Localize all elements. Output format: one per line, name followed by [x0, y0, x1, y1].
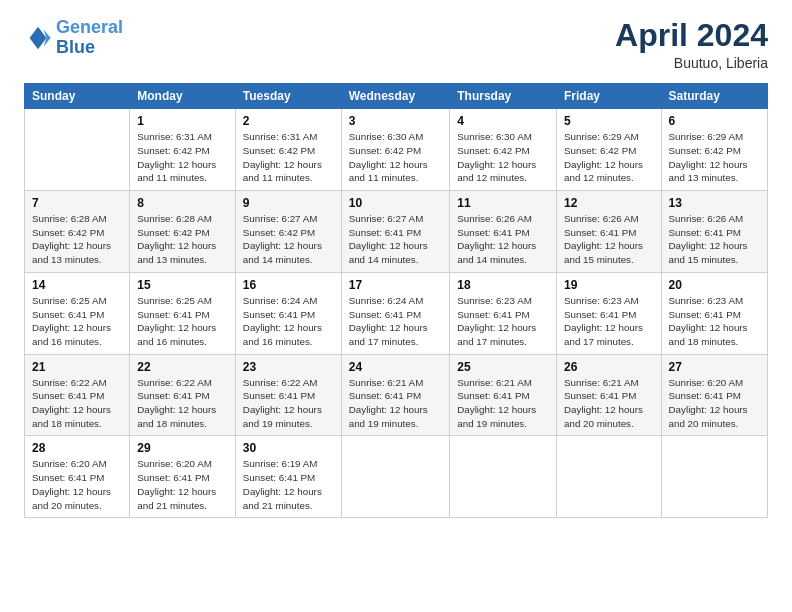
day-info: Sunrise: 6:25 AM Sunset: 6:41 PM Dayligh… — [32, 294, 122, 349]
day-info: Sunrise: 6:21 AM Sunset: 6:41 PM Dayligh… — [564, 376, 654, 431]
table-row: 4Sunrise: 6:30 AM Sunset: 6:42 PM Daylig… — [450, 109, 557, 191]
day-info: Sunrise: 6:25 AM Sunset: 6:41 PM Dayligh… — [137, 294, 228, 349]
calendar-week-row: 28Sunrise: 6:20 AM Sunset: 6:41 PM Dayli… — [25, 436, 768, 518]
table-row: 17Sunrise: 6:24 AM Sunset: 6:41 PM Dayli… — [341, 272, 450, 354]
col-wednesday: Wednesday — [341, 84, 450, 109]
day-number: 10 — [349, 196, 443, 210]
day-number: 24 — [349, 360, 443, 374]
col-monday: Monday — [130, 84, 236, 109]
table-row — [661, 436, 767, 518]
day-info: Sunrise: 6:26 AM Sunset: 6:41 PM Dayligh… — [669, 212, 760, 267]
table-row: 25Sunrise: 6:21 AM Sunset: 6:41 PM Dayli… — [450, 354, 557, 436]
table-row: 22Sunrise: 6:22 AM Sunset: 6:41 PM Dayli… — [130, 354, 236, 436]
day-info: Sunrise: 6:21 AM Sunset: 6:41 PM Dayligh… — [457, 376, 549, 431]
table-row: 29Sunrise: 6:20 AM Sunset: 6:41 PM Dayli… — [130, 436, 236, 518]
table-row: 18Sunrise: 6:23 AM Sunset: 6:41 PM Dayli… — [450, 272, 557, 354]
table-row: 11Sunrise: 6:26 AM Sunset: 6:41 PM Dayli… — [450, 191, 557, 273]
day-info: Sunrise: 6:30 AM Sunset: 6:42 PM Dayligh… — [457, 130, 549, 185]
day-number: 28 — [32, 441, 122, 455]
table-row: 10Sunrise: 6:27 AM Sunset: 6:41 PM Dayli… — [341, 191, 450, 273]
day-info: Sunrise: 6:22 AM Sunset: 6:41 PM Dayligh… — [137, 376, 228, 431]
table-row: 28Sunrise: 6:20 AM Sunset: 6:41 PM Dayli… — [25, 436, 130, 518]
day-number: 20 — [669, 278, 760, 292]
table-row: 14Sunrise: 6:25 AM Sunset: 6:41 PM Dayli… — [25, 272, 130, 354]
day-info: Sunrise: 6:27 AM Sunset: 6:42 PM Dayligh… — [243, 212, 334, 267]
day-number: 2 — [243, 114, 334, 128]
day-number: 14 — [32, 278, 122, 292]
day-number: 17 — [349, 278, 443, 292]
day-number: 26 — [564, 360, 654, 374]
day-number: 23 — [243, 360, 334, 374]
table-row: 8Sunrise: 6:28 AM Sunset: 6:42 PM Daylig… — [130, 191, 236, 273]
day-number: 3 — [349, 114, 443, 128]
table-row: 26Sunrise: 6:21 AM Sunset: 6:41 PM Dayli… — [557, 354, 662, 436]
table-row: 16Sunrise: 6:24 AM Sunset: 6:41 PM Dayli… — [235, 272, 341, 354]
day-number: 30 — [243, 441, 334, 455]
day-number: 1 — [137, 114, 228, 128]
table-row: 2Sunrise: 6:31 AM Sunset: 6:42 PM Daylig… — [235, 109, 341, 191]
day-number: 12 — [564, 196, 654, 210]
day-number: 25 — [457, 360, 549, 374]
day-info: Sunrise: 6:19 AM Sunset: 6:41 PM Dayligh… — [243, 457, 334, 512]
day-number: 4 — [457, 114, 549, 128]
day-number: 18 — [457, 278, 549, 292]
day-number: 16 — [243, 278, 334, 292]
day-info: Sunrise: 6:23 AM Sunset: 6:41 PM Dayligh… — [457, 294, 549, 349]
day-number: 8 — [137, 196, 228, 210]
table-row: 9Sunrise: 6:27 AM Sunset: 6:42 PM Daylig… — [235, 191, 341, 273]
day-info: Sunrise: 6:23 AM Sunset: 6:41 PM Dayligh… — [564, 294, 654, 349]
day-info: Sunrise: 6:27 AM Sunset: 6:41 PM Dayligh… — [349, 212, 443, 267]
header: GeneralBlue April 2024 Buutuo, Liberia — [24, 18, 768, 71]
day-info: Sunrise: 6:31 AM Sunset: 6:42 PM Dayligh… — [243, 130, 334, 185]
table-row: 30Sunrise: 6:19 AM Sunset: 6:41 PM Dayli… — [235, 436, 341, 518]
day-number: 22 — [137, 360, 228, 374]
table-row: 24Sunrise: 6:21 AM Sunset: 6:41 PM Dayli… — [341, 354, 450, 436]
table-row — [450, 436, 557, 518]
title-block: April 2024 Buutuo, Liberia — [615, 18, 768, 71]
table-row: 20Sunrise: 6:23 AM Sunset: 6:41 PM Dayli… — [661, 272, 767, 354]
day-info: Sunrise: 6:28 AM Sunset: 6:42 PM Dayligh… — [32, 212, 122, 267]
table-row: 12Sunrise: 6:26 AM Sunset: 6:41 PM Dayli… — [557, 191, 662, 273]
col-friday: Friday — [557, 84, 662, 109]
table-row: 5Sunrise: 6:29 AM Sunset: 6:42 PM Daylig… — [557, 109, 662, 191]
day-info: Sunrise: 6:20 AM Sunset: 6:41 PM Dayligh… — [32, 457, 122, 512]
table-row — [25, 109, 130, 191]
table-row: 23Sunrise: 6:22 AM Sunset: 6:41 PM Dayli… — [235, 354, 341, 436]
day-info: Sunrise: 6:20 AM Sunset: 6:41 PM Dayligh… — [137, 457, 228, 512]
col-thursday: Thursday — [450, 84, 557, 109]
col-saturday: Saturday — [661, 84, 767, 109]
day-number: 6 — [669, 114, 760, 128]
day-number: 11 — [457, 196, 549, 210]
day-info: Sunrise: 6:29 AM Sunset: 6:42 PM Dayligh… — [669, 130, 760, 185]
table-row: 6Sunrise: 6:29 AM Sunset: 6:42 PM Daylig… — [661, 109, 767, 191]
day-info: Sunrise: 6:28 AM Sunset: 6:42 PM Dayligh… — [137, 212, 228, 267]
calendar-table: Sunday Monday Tuesday Wednesday Thursday… — [24, 83, 768, 518]
page: GeneralBlue April 2024 Buutuo, Liberia S… — [0, 0, 792, 612]
col-sunday: Sunday — [25, 84, 130, 109]
table-row: 19Sunrise: 6:23 AM Sunset: 6:41 PM Dayli… — [557, 272, 662, 354]
day-info: Sunrise: 6:24 AM Sunset: 6:41 PM Dayligh… — [349, 294, 443, 349]
day-info: Sunrise: 6:22 AM Sunset: 6:41 PM Dayligh… — [243, 376, 334, 431]
calendar-week-row: 7Sunrise: 6:28 AM Sunset: 6:42 PM Daylig… — [25, 191, 768, 273]
day-info: Sunrise: 6:26 AM Sunset: 6:41 PM Dayligh… — [457, 212, 549, 267]
calendar-week-row: 21Sunrise: 6:22 AM Sunset: 6:41 PM Dayli… — [25, 354, 768, 436]
day-number: 19 — [564, 278, 654, 292]
day-number: 15 — [137, 278, 228, 292]
logo-text: GeneralBlue — [56, 18, 123, 58]
day-number: 9 — [243, 196, 334, 210]
table-row: 13Sunrise: 6:26 AM Sunset: 6:41 PM Dayli… — [661, 191, 767, 273]
day-number: 7 — [32, 196, 122, 210]
day-info: Sunrise: 6:24 AM Sunset: 6:41 PM Dayligh… — [243, 294, 334, 349]
day-info: Sunrise: 6:26 AM Sunset: 6:41 PM Dayligh… — [564, 212, 654, 267]
day-info: Sunrise: 6:31 AM Sunset: 6:42 PM Dayligh… — [137, 130, 228, 185]
table-row: 15Sunrise: 6:25 AM Sunset: 6:41 PM Dayli… — [130, 272, 236, 354]
day-info: Sunrise: 6:23 AM Sunset: 6:41 PM Dayligh… — [669, 294, 760, 349]
table-row — [557, 436, 662, 518]
day-info: Sunrise: 6:21 AM Sunset: 6:41 PM Dayligh… — [349, 376, 443, 431]
logo-icon — [24, 24, 52, 52]
month-title: April 2024 — [615, 18, 768, 53]
table-row: 7Sunrise: 6:28 AM Sunset: 6:42 PM Daylig… — [25, 191, 130, 273]
logo: GeneralBlue — [24, 18, 123, 58]
col-tuesday: Tuesday — [235, 84, 341, 109]
calendar-week-row: 1Sunrise: 6:31 AM Sunset: 6:42 PM Daylig… — [25, 109, 768, 191]
